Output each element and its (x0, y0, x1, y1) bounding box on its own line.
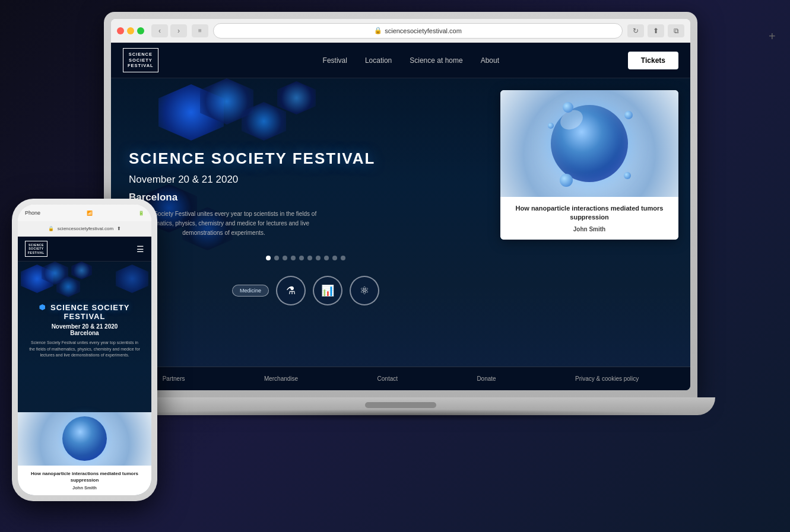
laptop-body: ‹ › ≡ 🔒 sciencesocietyfestival.com ↻ ⬆ ⧉ (104, 12, 697, 397)
carousel-dots (129, 256, 483, 260)
footer-partners[interactable]: Partners (163, 375, 185, 382)
bubble-2 (624, 111, 633, 119)
hero-right: How nanoparticle interactions mediated t… (500, 78, 690, 367)
dot-4[interactable] (299, 256, 304, 260)
bubble-5 (548, 123, 554, 129)
phone-hero: SCIENCE SOCIETY FESTIVAL November 20 & 2… (18, 262, 151, 365)
nav-science-at-home[interactable]: Science at home (410, 56, 462, 65)
science-icon: ⚗ (286, 284, 296, 297)
dot-2[interactable] (283, 256, 287, 260)
dot-1[interactable] (274, 256, 279, 260)
phone-speaker-card: How nanoparticle interactions mediated t… (18, 412, 151, 495)
phone-url: sciencesocietyfestival.com (58, 226, 113, 231)
speaker-card-info: How nanoparticle interactions mediated t… (500, 197, 678, 240)
tab-button[interactable]: ⧉ (668, 24, 684, 37)
atom-category[interactable]: ⚛ (350, 276, 379, 305)
bubble-4 (624, 172, 631, 179)
data-icon: 📊 (321, 284, 334, 297)
hero-title: SCIENCE SOCIETY FESTIVAL (129, 149, 483, 168)
data-category[interactable]: 📊 (313, 276, 342, 305)
browser-nav: ‹ › (151, 24, 187, 37)
forward-button[interactable]: › (170, 24, 187, 37)
phone-card-title: How nanoparticle interactions mediated t… (24, 470, 145, 483)
science-category[interactable]: ⚗ (276, 276, 306, 305)
atom-icon: ⚛ (360, 284, 369, 297)
site-logo: SCIENCE SOCIETY FESTIVAL (123, 48, 158, 72)
phone-hero-city: Barcelona (70, 330, 99, 336)
share-button[interactable]: ⬆ (648, 24, 664, 37)
phone-carrier: Phone (25, 210, 40, 216)
new-tab-button[interactable]: + (769, 30, 783, 44)
phone-nano-sphere (62, 416, 107, 461)
phone-logo: SCIENCE SOCIETY FESTIVAL (25, 241, 47, 257)
phone-browser-bar[interactable]: 🔒 sciencesocietyfestival.com ⬆ (18, 221, 151, 237)
laptop-shadow (104, 409, 697, 421)
browser-chrome: ‹ › ≡ 🔒 sciencesocietyfestival.com ↻ ⬆ ⧉ (111, 19, 690, 43)
hero-left: SCIENCE SOCIETY FESTIVAL November 20 & 2… (111, 78, 500, 367)
phone-card-image (18, 412, 151, 466)
phone-lock-icon: 🔒 (48, 226, 54, 231)
speaker-card-image (500, 90, 678, 197)
phone-website: SCIENCE SOCIETY FESTIVAL ☰ (18, 237, 151, 495)
medicine-category[interactable]: Medicine (232, 285, 269, 297)
url-text: sciencesocietyfestival.com (385, 27, 462, 34)
site-nav: SCIENCE SOCIETY FESTIVAL Festival Locati… (111, 43, 690, 78)
dot-3[interactable] (291, 256, 296, 260)
nav-about[interactable]: About (481, 56, 499, 65)
nav-links: Festival Location Science at home About (194, 56, 628, 65)
reload-button[interactable]: ↻ (627, 24, 644, 37)
dot-8[interactable] (332, 256, 337, 260)
laptop-screen: ‹ › ≡ 🔒 sciencesocietyfestival.com ↻ ⬆ ⧉ (111, 19, 690, 390)
hamburger-button[interactable]: ≡ (192, 24, 208, 37)
dot-9[interactable] (341, 256, 345, 260)
phone-hamburger-button[interactable]: ☰ (137, 244, 144, 254)
minimize-dot[interactable] (127, 27, 134, 34)
phone-hero-date: November 20 & 21 2020 (52, 323, 118, 330)
hero-description: Science Society Festival unites every ye… (129, 209, 319, 238)
tickets-button[interactable]: Tickets (628, 52, 678, 69)
phone-title-icon (39, 304, 45, 310)
card-title: How nanoparticle interactions mediated t… (507, 204, 671, 222)
website: SCIENCE SOCIETY FESTIVAL Festival Locati… (111, 43, 690, 390)
dot-6[interactable] (316, 256, 321, 260)
phone-nav: SCIENCE SOCIETY FESTIVAL ☰ (18, 237, 151, 262)
lock-icon: 🔒 (374, 27, 382, 34)
science-categories: Medicine ⚗ 📊 ⚛ (129, 276, 483, 305)
site-footer: Partners Merchandise Contact Donate Priv… (111, 367, 690, 390)
hero-date: November 20 & 21 2020 (129, 174, 483, 186)
phone-status-bar: Phone 📶 🔋 (18, 205, 151, 221)
phone-card-author: John Smith (24, 485, 145, 490)
footer-contact[interactable]: Contact (377, 375, 398, 382)
footer-merchandise[interactable]: Merchandise (264, 375, 298, 382)
hero-city: Barcelona (129, 192, 483, 203)
bubble-3 (560, 174, 573, 187)
speaker-card: How nanoparticle interactions mediated t… (500, 90, 678, 240)
maximize-dot[interactable] (137, 27, 144, 34)
footer-privacy[interactable]: Privacy & cookies policy (575, 375, 639, 382)
bubble-1 (563, 102, 573, 113)
phone-card-info: How nanoparticle interactions mediated t… (18, 466, 151, 495)
nav-location[interactable]: Location (365, 56, 392, 65)
phone-screen: Phone 📶 🔋 🔒 sciencesocietyfestival.com ⬆… (18, 205, 151, 495)
dot-5[interactable] (307, 256, 312, 260)
dot-0[interactable] (266, 256, 271, 260)
browser-dots (117, 27, 144, 34)
laptop: ‹ › ≡ 🔒 sciencesocietyfestival.com ↻ ⬆ ⧉ (104, 12, 697, 439)
hero-section: SCIENCE SOCIETY FESTIVAL November 20 & 2… (111, 78, 690, 367)
nav-festival[interactable]: Festival (323, 56, 347, 65)
dot-7[interactable] (324, 256, 329, 260)
phone-share-icon: ⬆ (117, 226, 121, 231)
scene: ‹ › ≡ 🔒 sciencesocietyfestival.com ↻ ⬆ ⧉ (0, 0, 790, 532)
footer-donate[interactable]: Donate (477, 375, 496, 382)
close-dot[interactable] (117, 27, 124, 34)
nano-sphere (551, 105, 628, 182)
browser-actions: ↻ ⬆ ⧉ (627, 24, 684, 37)
card-author: John Smith (507, 226, 671, 232)
phone: Phone 📶 🔋 🔒 sciencesocietyfestival.com ⬆… (12, 199, 157, 501)
phone-hero-description: Science Society Festival unites every ye… (26, 340, 143, 359)
address-bar[interactable]: 🔒 sciencesocietyfestival.com (213, 23, 623, 39)
phone-hero-title: SCIENCE SOCIETY FESTIVAL (26, 303, 143, 321)
back-button[interactable]: ‹ (151, 24, 168, 37)
